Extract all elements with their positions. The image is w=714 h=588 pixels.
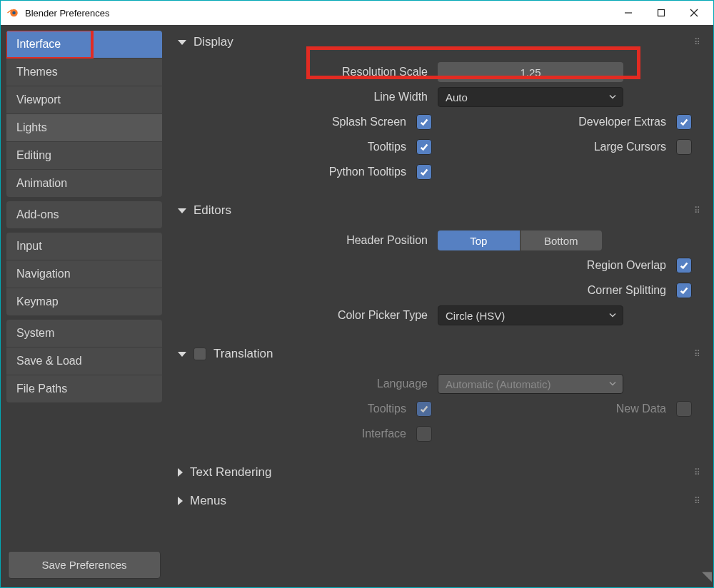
sidebar-item-label: Animation [16,177,67,189]
panel-drag-grip-icon[interactable]: ⠿ [694,496,702,506]
panel-header-translation[interactable]: Translation ⠿ [168,341,709,367]
sidebar-item-file-paths[interactable]: File Paths [6,375,162,402]
splash-screen-checkbox[interactable] [416,114,432,130]
tooltips-checkbox[interactable] [416,139,432,155]
panel-drag-grip-icon[interactable]: ⠿ [694,349,702,359]
category-sidebar: Interface Themes Viewport Lights Editing… [1,25,166,587]
window-close-button[interactable] [678,1,710,24]
sidebar-item-label: Interface [16,38,61,50]
panel-editors: Editors ⠿ Header Position Top Bottom [168,198,709,338]
svg-point-1 [12,11,16,15]
tooltips-label: Tooltips [181,141,416,153]
panel-header-menus[interactable]: Menus ⠿ [168,488,709,514]
developer-extras-checkbox[interactable] [676,114,692,130]
sidebar-item-label: Input [16,240,42,252]
disclosure-down-icon [178,352,186,357]
color-picker-type-label: Color Picker Type [181,309,438,322]
panel-drag-grip-icon[interactable]: ⠿ [694,37,702,47]
sidebar-item-save-load[interactable]: Save & Load [6,348,162,375]
sidebar-item-animation[interactable]: Animation [6,170,162,197]
preferences-window: Blender Preferences Interface Themes Vie… [0,0,714,588]
translation-enable-checkbox[interactable] [193,348,206,360]
language-label: Language [181,377,438,390]
sidebar-item-label: Navigation [16,268,71,280]
select-value: Auto [446,91,468,103]
sidebar-item-label: Editing [16,149,51,161]
sidebar-item-label: System [16,327,54,339]
select-value: Circle (HSV) [446,310,505,322]
sidebar-item-input[interactable]: Input [6,233,162,260]
panel-title: Translation [213,347,273,361]
translation-interface-label: Interface [181,427,416,440]
chevron-down-icon [608,91,617,103]
new-data-label: New Data [493,402,676,415]
window-title: Blender Preferences [25,8,110,19]
sidebar-item-editing[interactable]: Editing [6,142,162,169]
header-position-top[interactable]: Top [438,230,521,250]
resize-grip-icon[interactable]: ◣ [702,570,712,586]
python-tooltips-label: Python Tooltips [181,166,416,178]
python-tooltips-checkbox[interactable] [416,164,432,180]
panel-translation: Translation ⠿ Language Automatic (Automa… [168,341,709,457]
corner-splitting-checkbox[interactable] [676,283,692,298]
panel-display: Display ⠿ Resolution Scale 1.25 Line Wid… [168,29,709,195]
panel-drag-grip-icon[interactable]: ⠿ [694,206,702,216]
preferences-content: Display ⠿ Resolution Scale 1.25 Line Wid… [166,25,713,587]
region-overlap-checkbox[interactable] [676,258,692,273]
translation-interface-checkbox[interactable] [416,426,432,442]
sidebar-item-label: Lights [16,121,47,133]
sidebar-item-label: Themes [16,66,58,78]
chevron-down-icon [608,378,617,390]
sidebar-item-label: Viewport [16,93,61,106]
new-data-checkbox[interactable] [676,401,692,417]
titlebar: Blender Preferences [1,1,713,25]
save-preferences-button[interactable]: Save Preferences [8,551,161,579]
resolution-scale-label: Resolution Scale [181,66,438,78]
window-minimize-button[interactable] [612,1,645,24]
sidebar-item-label: Keymap [16,295,59,308]
sidebar-item-system[interactable]: System [6,320,162,347]
svg-rect-3 [658,10,665,16]
sidebar-item-addons[interactable]: Add-ons [6,201,162,228]
sidebar-item-lights[interactable]: Lights [6,114,162,141]
panel-header-editors[interactable]: Editors ⠿ [168,198,709,223]
resolution-scale-field[interactable]: 1.25 [438,62,623,82]
splash-screen-label: Splash Screen [181,116,416,128]
panel-title: Editors [193,203,231,218]
large-cursors-label: Large Cursors [493,141,676,153]
large-cursors-checkbox[interactable] [676,139,692,155]
panel-header-text-rendering[interactable]: Text Rendering ⠿ [168,460,709,485]
blender-logo-icon [6,6,19,19]
panel-title: Menus [190,494,226,508]
line-width-label: Line Width [181,91,438,103]
sidebar-item-label: File Paths [16,382,67,395]
sidebar-item-label: Save & Load [16,355,82,367]
disclosure-right-icon [178,468,183,477]
panel-text-rendering: Text Rendering ⠿ [168,460,709,485]
panel-header-display[interactable]: Display ⠿ [168,29,709,55]
sidebar-item-themes[interactable]: Themes [6,59,162,86]
panel-drag-grip-icon[interactable]: ⠿ [694,467,702,477]
color-picker-type-select[interactable]: Circle (HSV) [438,305,623,325]
developer-extras-label: Developer Extras [493,116,676,128]
translation-tooltips-checkbox[interactable] [416,401,432,417]
translation-tooltips-label: Tooltips [181,402,416,415]
header-position-bottom[interactable]: Bottom [521,230,603,250]
disclosure-down-icon [178,208,186,213]
panel-title: Display [193,35,233,49]
sidebar-item-viewport[interactable]: Viewport [6,86,162,113]
disclosure-down-icon [178,40,186,45]
sidebar-item-interface[interactable]: Interface [6,31,162,58]
disclosure-right-icon [178,497,183,505]
region-overlap-label: Region Overlap [493,259,676,272]
sidebar-item-label: Add-ons [16,208,59,220]
language-select[interactable]: Automatic (Automatic) [438,374,623,394]
sidebar-item-keymap[interactable]: Keymap [6,288,162,315]
window-maximize-button[interactable] [645,1,678,24]
select-value: Automatic (Automatic) [446,378,551,390]
panel-menus: Menus ⠿ [168,488,709,514]
sidebar-item-navigation[interactable]: Navigation [6,260,162,288]
panel-title: Text Rendering [190,465,271,480]
line-width-select[interactable]: Auto [438,87,623,107]
header-position-label: Header Position [181,234,438,247]
